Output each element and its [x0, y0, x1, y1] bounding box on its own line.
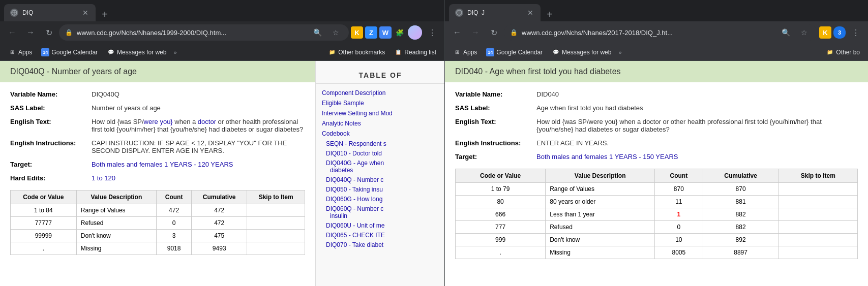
table-row: .Missing90189493	[11, 242, 305, 255]
lock-icon-right: 🔒	[510, 29, 518, 36]
table-cell: 870	[655, 183, 703, 196]
bookmark-apps-left[interactable]: ⊞ Apps	[4, 46, 36, 58]
new-tab-button-right[interactable]: +	[543, 7, 557, 21]
sas-label-row: SAS Label: Number of years of age	[10, 104, 305, 112]
target-row-right: Target: Both males and females 1 YEARS -…	[455, 153, 858, 161]
toc-sub-link[interactable]: DIQ010 - Doctor told	[326, 150, 382, 157]
table-cell: 77777	[11, 217, 77, 230]
toc-sub-link[interactable]: SEQN - Respondent s	[326, 140, 386, 147]
table-cell: 99999	[11, 230, 77, 242]
table-cell: 80	[456, 196, 546, 208]
table-cell: Range of Values	[546, 183, 655, 196]
calendar-icon-right: 14	[486, 48, 494, 56]
folder-icon-right: 📁	[826, 48, 834, 56]
bookmark-reading-left[interactable]: 📋 Reading list	[390, 46, 440, 58]
back-button-right[interactable]: ←	[449, 24, 465, 41]
ext-w-icon[interactable]: W	[379, 26, 392, 39]
menu-button-left[interactable]: ⋮	[424, 24, 440, 41]
hard-edits-label: Hard Edits:	[10, 174, 92, 182]
variable-name-row: Variable Name: DIQ040Q	[10, 90, 305, 98]
page-title-right: DID040 - Age when first told you had dia…	[455, 67, 858, 76]
ext-puzzle-icon[interactable]: 🧩	[394, 26, 406, 39]
target-value-right: Both males and females 1 YEARS - 150 YEA…	[536, 153, 858, 161]
search-icon-right[interactable]: 🔍	[779, 25, 793, 40]
toc-sub-link[interactable]: DIQ070 - Take diabet	[326, 241, 383, 248]
toc-link[interactable]: Codebook	[322, 130, 439, 137]
apps-label-right: Apps	[463, 49, 477, 56]
bookmark-other-right[interactable]: 📁 Other bo	[822, 46, 864, 58]
back-button-left[interactable]: ←	[4, 24, 20, 41]
active-tab-right[interactable]: DIQ_J ✕	[449, 4, 541, 21]
reload-button-left[interactable]: ↻	[41, 24, 57, 41]
menu-button-right[interactable]: ⋮	[848, 24, 864, 41]
were-you-link[interactable]: were you}	[144, 118, 173, 125]
tab-close-right[interactable]: ✕	[526, 9, 534, 17]
table-cell: 892	[703, 234, 779, 246]
bookmark-other-left[interactable]: 📁 Other bookmarks	[324, 46, 389, 58]
sas-label-label-right: SAS Label:	[455, 104, 536, 112]
toc-link[interactable]: Interview Setting and Mod	[322, 110, 439, 117]
bookmark-messages-right[interactable]: 💬 Messages for web	[548, 46, 615, 58]
toc-sub-link[interactable]: DIQ050 - Taking insu	[326, 186, 383, 193]
toc-sub-link[interactable]: DIQ040G - Age when	[326, 160, 384, 167]
sas-label-label: SAS Label:	[10, 104, 92, 112]
bookmark-calendar-left[interactable]: 14 Google Calendar	[37, 46, 102, 58]
new-tab-button-left[interactable]: +	[98, 7, 112, 21]
ext-k-icon-right[interactable]: K	[819, 26, 831, 39]
toc-item: Component Description	[316, 88, 444, 98]
english-instructions-row: English Instructions: CAPI INSTRUCTION: …	[10, 139, 305, 154]
right-page-main: DID040 - Age when first told you had dia…	[445, 61, 868, 286]
toc-link[interactable]: Component Description	[322, 89, 439, 97]
toc-item: Analytic Notes	[316, 118, 444, 129]
table-row: 1 to 79Range of Values870870	[456, 183, 858, 196]
english-text-row-right: English Text: How old {was SP/were you} …	[455, 118, 858, 133]
table-row: 1 to 84Range of Values472472	[11, 204, 305, 217]
page-content-left: DIQ040Q - Number of years of age Variabl…	[0, 61, 444, 286]
toc-sub-item: DIQ060U - Unit of me	[316, 220, 444, 230]
main-content-left: DIQ040Q - Number of years of age Variabl…	[0, 61, 315, 286]
svg-point-1	[457, 10, 462, 15]
bookmark-calendar-right[interactable]: 14 Google Calendar	[482, 46, 547, 58]
table-row: 99999Don't know3475	[11, 230, 305, 242]
right-content-body: Variable Name: DID040 SAS Label: Age whe…	[445, 90, 868, 269]
toc-sub-link[interactable]: DIQ060U - Unit of me	[326, 222, 384, 229]
forward-button-left[interactable]: →	[22, 24, 39, 41]
table-cell: 475	[192, 230, 247, 242]
bookmarks-more-left[interactable]: »	[171, 47, 178, 57]
tab-title-right: DIQ_J	[467, 9, 522, 16]
table-cell: 999	[456, 234, 546, 246]
bookmark-star-left[interactable]: ☆	[328, 25, 343, 40]
address-bar-left[interactable]: 🔒 wwwn.cdc.gov/Nchs/Nhanes/1999-2000/DIQ…	[59, 24, 349, 41]
calendar-label-left: Google Calendar	[51, 49, 98, 56]
page-header-right: DID040 - Age when first told you had dia…	[445, 61, 868, 82]
table-cell: 11	[655, 196, 703, 208]
search-icon-left[interactable]: 🔍	[310, 25, 324, 40]
table-cell: Refused	[546, 221, 655, 234]
toc-link[interactable]: Eligible Sample	[322, 100, 439, 107]
toc-sub-link[interactable]: DIQ060Q - Number c	[326, 205, 383, 212]
toc-sub-link[interactable]: DIQ040Q - Number c	[326, 176, 383, 183]
address-bar-right[interactable]: 🔒 wwwn.cdc.gov/Nchs/Nhanes/2017-2018/DIQ…	[504, 24, 817, 41]
table-cell: Refused	[76, 217, 156, 230]
doctor-link[interactable]: doctor	[198, 118, 216, 125]
toc-sub-link[interactable]: DIQ065 - CHECK ITE	[326, 232, 385, 239]
active-tab-left[interactable]: DIQ ✕	[4, 4, 96, 21]
bookmark-apps-right[interactable]: ⊞ Apps	[449, 46, 481, 58]
bookmark-messages-left[interactable]: 💬 Messages for web	[103, 46, 170, 58]
col-header-code-right: Code or Value	[456, 169, 546, 183]
ext-k-icon[interactable]: K	[351, 26, 363, 39]
table-cell: 3	[157, 230, 192, 242]
bookmark-star-right[interactable]: ☆	[797, 25, 811, 40]
toolbar-right: ← → ↻ 🔒 wwwn.cdc.gov/Nchs/Nhanes/2017-20…	[445, 21, 868, 44]
target-label: Target:	[10, 161, 92, 168]
table-cell: 870	[703, 183, 779, 196]
ext-zoom-icon[interactable]: Z	[365, 26, 377, 39]
profile-avatar-left[interactable]	[408, 25, 422, 40]
toc-sub-link[interactable]: DIQ060G - How long	[326, 196, 382, 203]
bookmarks-more-right[interactable]: »	[616, 47, 623, 57]
reload-button-right[interactable]: ↻	[486, 24, 502, 41]
forward-button-right[interactable]: →	[467, 24, 484, 41]
table-cell: 472	[192, 204, 247, 217]
tab-close-left[interactable]: ✕	[81, 9, 89, 17]
toc-link[interactable]: Analytic Notes	[322, 120, 439, 127]
